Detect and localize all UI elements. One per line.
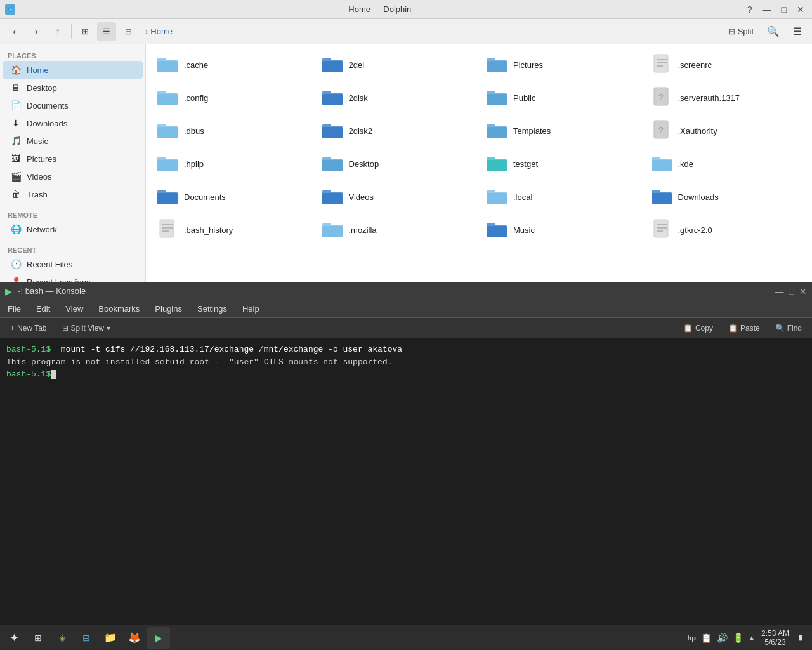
dolphin-minimize-btn[interactable]: —	[760, 3, 774, 16]
taskbar-time[interactable]: 2:53 AM 5/6/23	[761, 629, 789, 647]
battery-systray-icon[interactable]: 🔋	[731, 632, 745, 644]
file-item[interactable]: .dbus	[151, 116, 313, 146]
hp-icon[interactable]: hp	[686, 633, 697, 643]
dolphin-close-btn[interactable]: ✕	[794, 3, 807, 16]
split-view-button[interactable]: ⊟ Split View ▾	[57, 321, 115, 335]
back-button[interactable]: ‹	[5, 22, 24, 41]
clipboard-systray-icon[interactable]: 📋	[700, 632, 713, 644]
file-item[interactable]: Videos	[316, 182, 478, 212]
network-icon: 🌐	[10, 223, 22, 235]
forward-button[interactable]: ›	[27, 22, 46, 41]
split-view-chevron: ▾	[107, 324, 110, 333]
file-item[interactable]: Music	[480, 215, 643, 245]
sidebar-item-videos[interactable]: 🎬 Videos	[3, 168, 143, 185]
file-item[interactable]: Templates	[480, 116, 643, 146]
taskbar-virtual-desktops[interactable]: ⊞	[27, 627, 49, 649]
breadcrumb-home[interactable]: Home	[150, 27, 173, 36]
sidebar-item-downloads[interactable]: ⬇ Downloads	[3, 114, 143, 132]
menu-file[interactable]: File	[5, 303, 23, 315]
konsole-close-btn[interactable]: ✕	[799, 286, 807, 296]
time-display: 2:53 AM	[761, 629, 789, 638]
file-item[interactable]: .cache	[151, 50, 313, 80]
file-icon	[321, 53, 344, 76]
copy-icon: 📋	[683, 324, 693, 333]
sidebar-item-recent-locations[interactable]: 📍 Recent Locations	[3, 273, 143, 282]
expand-systray-icon[interactable]: ▲	[747, 633, 756, 642]
taskbar-files[interactable]: 📁	[99, 627, 122, 649]
file-item[interactable]: testget	[480, 149, 643, 179]
file-item[interactable]: .gtkrc-2.0	[645, 215, 808, 245]
paste-button[interactable]: 📋 Paste	[723, 321, 765, 335]
svg-rect-27	[160, 220, 174, 237]
show-desktop-button[interactable]: ▮	[794, 627, 807, 649]
sidebar-item-recent-files-label: Recent Files	[27, 260, 72, 269]
menu-button[interactable]: ☰	[788, 22, 807, 41]
up-button[interactable]: ↑	[48, 22, 67, 41]
file-item[interactable]: .screenrc	[645, 50, 808, 80]
sidebar-item-documents[interactable]: 📄 Documents	[3, 96, 143, 114]
menu-settings[interactable]: Settings	[195, 303, 230, 315]
file-icon	[321, 218, 344, 241]
file-item[interactable]: .mozilla	[316, 215, 478, 245]
new-tab-icon: +	[10, 324, 15, 333]
menu-view[interactable]: View	[63, 303, 86, 315]
sidebar-item-desktop-label: Desktop	[27, 83, 57, 93]
taskbar-app-2[interactable]: ⊟	[75, 627, 98, 649]
menu-edit[interactable]: Edit	[34, 303, 53, 315]
svg-rect-10	[322, 94, 343, 105]
file-item[interactable]: Downloads	[645, 182, 808, 212]
taskbar-terminal[interactable]: ▶	[147, 627, 170, 649]
trash-icon: 🗑	[10, 189, 22, 200]
list-view-button[interactable]: ☰	[97, 22, 116, 41]
taskbar-activities[interactable]: ✦	[3, 627, 25, 649]
file-item[interactable]: 2disk2	[316, 116, 478, 146]
copy-button[interactable]: 📋 Copy	[678, 321, 718, 335]
file-item[interactable]: ? .serverauth.1317	[645, 83, 808, 113]
sidebar-item-trash[interactable]: 🗑 Trash	[3, 185, 143, 203]
sidebar-item-home[interactable]: 🏠 Home	[3, 61, 143, 79]
svg-rect-5	[654, 55, 668, 72]
menu-help[interactable]: Help	[240, 303, 262, 315]
menu-bookmarks[interactable]: Bookmarks	[96, 303, 142, 315]
breadcrumb-chevron: ›	[145, 27, 148, 36]
sidebar-item-pictures[interactable]: 🖼 Pictures	[3, 150, 143, 168]
konsole-maximize-btn[interactable]: □	[789, 286, 794, 296]
sidebar-item-recent-files[interactable]: 🕐 Recent Files	[3, 255, 143, 273]
sidebar-item-network[interactable]: 🌐 Network	[3, 220, 143, 238]
terminal-area[interactable]: bash-5.1$ mount -t cifs //192.168.113.17…	[0, 338, 812, 650]
dolphin-help-btn[interactable]: ?	[745, 3, 755, 16]
file-name: Documents	[184, 192, 226, 202]
file-item[interactable]: Desktop	[316, 149, 478, 179]
taskbar-app-1[interactable]: ◈	[51, 627, 74, 649]
dolphin-maximize-btn[interactable]: □	[779, 3, 789, 16]
search-button[interactable]: 🔍	[764, 22, 783, 41]
file-item[interactable]: .kde	[645, 149, 808, 179]
file-item[interactable]: .hplip	[151, 149, 313, 179]
file-item[interactable]: Pictures	[480, 50, 643, 80]
file-name: .screenrc	[678, 60, 712, 70]
icons-view-button[interactable]: ⊞	[75, 22, 95, 41]
sidebar-item-music[interactable]: 🎵 Music	[3, 132, 143, 150]
file-item[interactable]: ? .Xauthority	[645, 116, 808, 146]
documents-icon: 📄	[10, 100, 22, 111]
sidebar-item-desktop[interactable]: 🖥 Desktop	[3, 79, 143, 96]
new-tab-button[interactable]: + New Tab	[5, 321, 52, 335]
svg-rect-25	[487, 193, 507, 204]
taskbar-firefox[interactable]: 🦊	[123, 627, 146, 649]
svg-rect-9	[157, 94, 178, 105]
file-item[interactable]: Documents	[151, 182, 313, 212]
file-item[interactable]: 2del	[316, 50, 478, 80]
find-button[interactable]: 🔍 Find	[770, 321, 807, 335]
compact-view-button[interactable]: ⊟	[119, 22, 138, 41]
split-button[interactable]: ⊟ Split	[723, 24, 759, 39]
konsole-minimize-btn[interactable]: —	[775, 286, 784, 296]
file-item[interactable]: .config	[151, 83, 313, 113]
file-item[interactable]: .local	[480, 182, 643, 212]
volume-systray-icon[interactable]: 🔊	[716, 632, 729, 644]
sidebar-item-videos-label: Videos	[27, 172, 52, 182]
terminal-line-1: bash-5.1$ mount -t cifs //192.168.113.17…	[6, 343, 806, 356]
menu-plugins[interactable]: Plugins	[152, 303, 185, 315]
file-item[interactable]: 2disk	[316, 83, 478, 113]
file-item[interactable]: .bash_history	[151, 215, 313, 245]
file-item[interactable]: Public	[480, 83, 643, 113]
